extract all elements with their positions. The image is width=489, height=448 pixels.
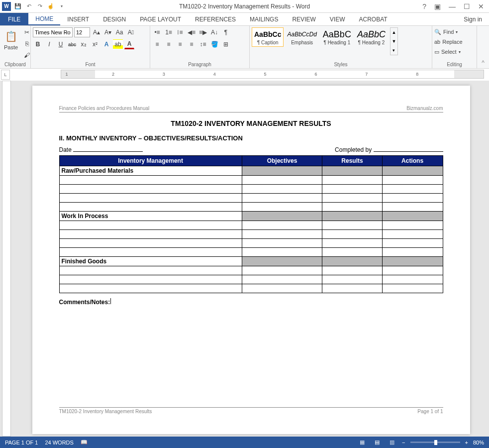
zoom-in-icon[interactable]: + bbox=[465, 440, 468, 446]
zoom-thumb[interactable] bbox=[434, 440, 437, 445]
styles-down-icon[interactable]: ▼ bbox=[391, 37, 397, 46]
align-left-icon[interactable]: ≡ bbox=[152, 39, 162, 49]
tab-review[interactable]: REVIEW bbox=[285, 13, 322, 25]
maximize-icon[interactable]: ☐ bbox=[464, 2, 470, 10]
tab-mailings[interactable]: MAILINGS bbox=[243, 13, 285, 25]
minimize-icon[interactable]: — bbox=[449, 2, 456, 10]
decrease-indent-icon[interactable]: ◀≡ bbox=[187, 27, 196, 37]
increase-indent-icon[interactable]: ≡▶ bbox=[198, 27, 208, 37]
tab-page-layout[interactable]: PAGE LAYOUT bbox=[133, 13, 188, 25]
change-case-icon[interactable]: Aa bbox=[114, 27, 124, 37]
cat-wip[interactable]: Work In Process bbox=[59, 212, 242, 221]
customize-qat-icon[interactable]: ▾ bbox=[58, 2, 66, 10]
line-spacing-icon[interactable]: ↕≡ bbox=[198, 39, 208, 49]
vertical-ruler[interactable] bbox=[2, 81, 11, 437]
replace-button[interactable]: abReplace bbox=[434, 37, 463, 46]
sort-icon[interactable]: A↓ bbox=[209, 27, 219, 37]
font-size-input[interactable] bbox=[74, 27, 90, 37]
show-marks-icon[interactable]: ¶ bbox=[221, 27, 231, 37]
styles-up-icon[interactable]: ▲ bbox=[391, 28, 397, 37]
touch-mode-icon[interactable]: ☝ bbox=[47, 2, 55, 10]
th-inventory: Inventory Management bbox=[59, 156, 242, 166]
group-label-styles: Styles bbox=[252, 61, 430, 68]
page[interactable]: Finance Policies and Procedures Manual B… bbox=[32, 86, 470, 434]
completed-blank[interactable] bbox=[374, 146, 443, 152]
zoom-level[interactable]: 80% bbox=[473, 440, 484, 446]
style-heading1[interactable]: AaBbC¶ Heading 1 bbox=[320, 27, 354, 47]
page-status[interactable]: PAGE 1 OF 1 bbox=[5, 440, 38, 446]
tab-insert[interactable]: INSERT bbox=[60, 13, 96, 25]
print-layout-icon[interactable]: ▤ bbox=[372, 439, 382, 447]
tab-file[interactable]: FILE bbox=[0, 13, 28, 25]
grow-font-icon[interactable]: A▴ bbox=[92, 27, 101, 37]
proofing-icon[interactable]: 📖 bbox=[81, 439, 88, 446]
bullets-icon[interactable]: •≡ bbox=[152, 27, 162, 37]
font-color-icon[interactable]: A bbox=[124, 39, 134, 49]
shrink-font-icon[interactable]: A▾ bbox=[103, 27, 113, 37]
superscript-button[interactable]: x² bbox=[90, 39, 100, 49]
horizontal-ruler[interactable]: 1 2 3 4 5 6 7 8 bbox=[61, 70, 484, 79]
select-button[interactable]: ▭Select▾ bbox=[434, 47, 463, 56]
align-right-icon[interactable]: ≡ bbox=[175, 39, 185, 49]
tab-references[interactable]: REFERENCES bbox=[188, 13, 243, 25]
zoom-slider[interactable] bbox=[410, 442, 460, 443]
styles-more-icon[interactable]: ▾ bbox=[391, 46, 397, 55]
date-blank[interactable] bbox=[73, 146, 143, 152]
subscript-button[interactable]: x₂ bbox=[79, 39, 89, 49]
format-painter-icon[interactable]: 🖌 bbox=[22, 50, 32, 60]
style-emphasis[interactable]: AaBbCcDdEmphasis bbox=[285, 27, 319, 47]
find-button[interactable]: 🔍Find▾ bbox=[434, 27, 463, 36]
style-heading2[interactable]: AaBbC¶ Heading 2 bbox=[355, 27, 388, 47]
sign-in-link[interactable]: Sign in bbox=[457, 13, 489, 25]
zoom-out-icon[interactable]: − bbox=[402, 440, 405, 446]
shading-icon[interactable]: 🪣 bbox=[209, 39, 219, 49]
font-name-input[interactable] bbox=[33, 27, 73, 37]
web-layout-icon[interactable]: ▥ bbox=[387, 439, 397, 447]
highlight-icon[interactable]: ab bbox=[113, 39, 123, 49]
copy-icon[interactable]: ⎘ bbox=[22, 39, 32, 49]
document-title: TM1020-2 INVENTORY MANAGEMENT RESULTS bbox=[59, 119, 443, 127]
cut-icon[interactable]: ✂ bbox=[22, 27, 32, 37]
tab-view[interactable]: VIEW bbox=[323, 13, 352, 25]
bold-button[interactable]: B bbox=[33, 39, 43, 49]
date-line: Date Completed by bbox=[59, 146, 443, 153]
multilevel-icon[interactable]: ⁞≡ bbox=[175, 27, 185, 37]
underline-button[interactable]: U bbox=[56, 39, 66, 49]
numbering-icon[interactable]: 1≡ bbox=[164, 27, 174, 37]
undo-icon[interactable]: ↶ bbox=[25, 2, 33, 10]
word-count[interactable]: 24 WORDS bbox=[45, 440, 73, 446]
justify-icon[interactable]: ≡ bbox=[187, 39, 196, 49]
save-icon[interactable]: 💾 bbox=[14, 2, 22, 10]
strikethrough-button[interactable]: abc bbox=[67, 39, 77, 49]
window-title: TM1020-2 Inventory Management Results - … bbox=[179, 3, 310, 10]
comments-label[interactable]: Comments/Notes: bbox=[59, 298, 443, 306]
collapse-ribbon-icon[interactable]: ^ bbox=[477, 26, 489, 68]
th-results: Results bbox=[322, 156, 382, 166]
ruler-area: L 1 2 3 4 5 6 7 8 bbox=[0, 69, 489, 81]
styles-gallery[interactable]: AaBbCc¶ Caption AaBbCcDdEmphasis AaBbC¶ … bbox=[252, 27, 388, 47]
tab-design[interactable]: DESIGN bbox=[96, 13, 133, 25]
help-icon[interactable]: ? bbox=[422, 2, 426, 10]
tab-acrobat[interactable]: ACROBAT bbox=[352, 13, 394, 25]
cat-finished[interactable]: Finished Goods bbox=[59, 257, 242, 266]
style-caption[interactable]: AaBbCc¶ Caption bbox=[252, 27, 284, 47]
find-icon: 🔍 bbox=[434, 29, 441, 35]
tab-selector[interactable]: L bbox=[1, 70, 10, 80]
clear-formatting-icon[interactable]: A⃠ bbox=[126, 27, 136, 37]
borders-icon[interactable]: ⊞ bbox=[221, 39, 231, 49]
paste-button[interactable]: 📋 Paste bbox=[2, 27, 20, 51]
page-header: Finance Policies and Procedures Manual B… bbox=[59, 106, 443, 112]
quick-access-toolbar: W 💾 ↶ ↷ ☝ ▾ bbox=[0, 2, 66, 11]
ribbon-display-icon[interactable]: ▣ bbox=[434, 2, 441, 10]
tab-home[interactable]: HOME bbox=[28, 13, 60, 25]
align-center-icon[interactable]: ≡ bbox=[164, 39, 174, 49]
cat-raw[interactable]: Raw/Purchased Materials bbox=[59, 166, 242, 176]
text-effects-icon[interactable]: A bbox=[101, 39, 111, 49]
page-viewport[interactable]: Finance Policies and Procedures Manual B… bbox=[13, 81, 489, 437]
group-styles: AaBbCc¶ Caption AaBbCcDdEmphasis AaBbC¶ … bbox=[250, 26, 432, 68]
italic-button[interactable]: I bbox=[44, 39, 54, 49]
close-icon[interactable]: ✕ bbox=[478, 2, 484, 10]
read-mode-icon[interactable]: ▦ bbox=[357, 439, 367, 447]
redo-icon[interactable]: ↷ bbox=[36, 2, 44, 10]
footer-right: Page 1 of 1 bbox=[417, 409, 443, 414]
